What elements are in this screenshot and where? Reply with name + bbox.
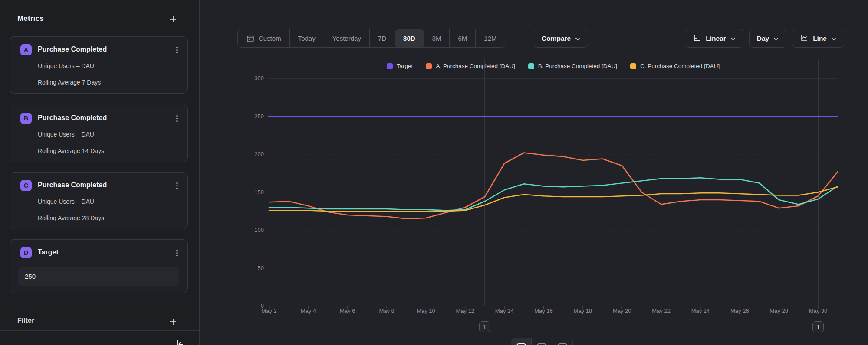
date-range-label: Yesterday (332, 35, 361, 42)
metric-rolling-average: Rolling Average 28 Days (38, 215, 104, 221)
scale-button[interactable]: Linear (685, 29, 743, 48)
calendar-icon (246, 34, 255, 43)
x-axis-tick-label: May 12 (448, 308, 483, 314)
x-axis-tick-label: May 22 (644, 308, 679, 314)
x-axis-tick-label: May 10 (408, 308, 443, 314)
y-axis-tick-label: 50 (238, 265, 264, 271)
collapse-sidebar-button[interactable] (174, 338, 187, 345)
metric-measure: Unique Users – DAU (38, 62, 94, 69)
display-toggle-option-1[interactable] (511, 338, 532, 345)
metric-title: Purchase Completed (38, 114, 107, 122)
date-range-label: Custom (259, 35, 281, 42)
interval-button[interactable]: Day (749, 29, 786, 48)
date-range-30d[interactable]: 30D (395, 29, 424, 47)
kebab-menu-icon[interactable] (172, 113, 181, 124)
chevron-down-icon (730, 35, 736, 42)
compare-label: Compare (542, 35, 571, 42)
date-range-label: 30D (403, 35, 415, 42)
panel-size-icon (516, 343, 526, 345)
chevron-down-icon (575, 35, 580, 42)
x-axis-tick-label: May 28 (762, 308, 796, 314)
chart-type-label: Line (813, 35, 827, 42)
metric-badge-a: A (20, 44, 32, 55)
metric-measure: Unique Users – DAU (38, 198, 94, 205)
kebab-menu-icon[interactable] (172, 180, 181, 191)
metrics-header: Metrics (17, 14, 44, 23)
date-range-3m[interactable]: 3M (424, 29, 450, 47)
compare-button[interactable]: Compare (534, 29, 588, 48)
plus-icon (169, 15, 178, 23)
x-axis-tick-label: May 26 (722, 308, 757, 314)
metric-card-b[interactable]: B Purchase Completed Unique Users – DAU … (10, 105, 188, 162)
interval-label: Day (757, 35, 769, 42)
y-axis-tick-label: 150 (238, 189, 264, 195)
metric-badge-d: D (20, 247, 32, 258)
add-metric-button[interactable] (168, 13, 179, 25)
add-filter-button[interactable] (168, 316, 179, 327)
x-axis-tick-label: May 8 (369, 308, 404, 314)
date-range-label: 12M (484, 35, 496, 42)
linear-axis-icon (693, 33, 701, 44)
metric-card-c[interactable]: C Purchase Completed Unique Users – DAU … (10, 172, 188, 229)
scale-label: Linear (706, 35, 726, 42)
filter-header: Filter (17, 317, 34, 325)
date-range-control: CustomTodayYesterday7D30D3M6M12M (237, 29, 505, 48)
metric-badge-b: B (20, 113, 32, 124)
x-axis-tick-label: May 4 (291, 308, 326, 314)
display-toggle-option-3[interactable] (552, 338, 572, 345)
date-range-label: Today (298, 35, 316, 42)
metric-title: Purchase Completed (38, 46, 107, 53)
plus-icon (169, 317, 178, 326)
panel-size-icon (537, 343, 546, 345)
annotation-badge[interactable]: 1 (812, 321, 824, 332)
sidebar-divider (0, 330, 199, 331)
y-axis-tick-label: 250 (238, 113, 264, 120)
y-axis-tick-label: 100 (238, 227, 264, 233)
chart-panel: CustomTodayYesterday7D30D3M6M12M Compare… (200, 0, 868, 345)
x-axis-tick-label: May 20 (605, 308, 639, 314)
x-axis-tick-label: May 24 (683, 308, 718, 314)
date-range-custom[interactable]: Custom (238, 29, 290, 47)
metric-title: Target (38, 248, 59, 256)
x-axis-tick-label: May 16 (526, 308, 561, 314)
x-axis-tick-label: May 14 (487, 308, 522, 314)
line-chart-plot[interactable] (268, 59, 838, 310)
y-axis-tick-label: 300 (238, 75, 264, 81)
y-axis-tick-label: 200 (238, 151, 264, 157)
date-range-12m[interactable]: 12M (476, 29, 505, 47)
metric-rolling-average: Rolling Average 14 Days (38, 147, 104, 154)
x-axis-tick-label: May 30 (801, 308, 835, 314)
kebab-menu-icon[interactable] (172, 45, 181, 55)
annotation-badge[interactable]: 1 (479, 321, 490, 332)
panel-size-icon (558, 343, 567, 345)
x-axis-tick-label: May 6 (330, 308, 365, 314)
chart-type-button[interactable]: Line (792, 29, 844, 48)
date-range-6m[interactable]: 6M (450, 29, 476, 47)
metric-title: Purchase Completed (38, 181, 107, 189)
metric-card-target[interactable]: D Target (10, 239, 188, 293)
metric-rolling-average: Rolling Average 7 Days (38, 79, 101, 86)
date-range-7d[interactable]: 7D (370, 29, 395, 47)
metric-badge-c: C (20, 180, 32, 191)
metric-measure: Unique Users – DAU (38, 131, 94, 138)
chart-display-toggle (511, 338, 573, 345)
line-chart-icon (800, 33, 809, 44)
target-value-input[interactable] (18, 267, 179, 286)
display-toggle-option-2[interactable] (532, 338, 552, 345)
x-axis-tick-label: May 2 (252, 308, 286, 314)
date-range-yesterday[interactable]: Yesterday (324, 29, 370, 47)
date-range-label: 3M (432, 35, 441, 42)
metric-card-a[interactable]: A Purchase Completed Unique Users – DAU … (10, 36, 188, 94)
date-range-label: 7D (378, 35, 386, 42)
date-range-label: 6M (458, 35, 467, 42)
chevron-down-icon (831, 35, 836, 42)
date-range-today[interactable]: Today (290, 29, 324, 47)
chevron-down-icon (773, 35, 779, 42)
kebab-menu-icon[interactable] (172, 247, 181, 258)
metrics-sidebar: Metrics A Purchase Completed Unique User… (0, 0, 200, 345)
x-axis-tick-label: May 18 (566, 308, 600, 314)
series-line (269, 187, 838, 211)
